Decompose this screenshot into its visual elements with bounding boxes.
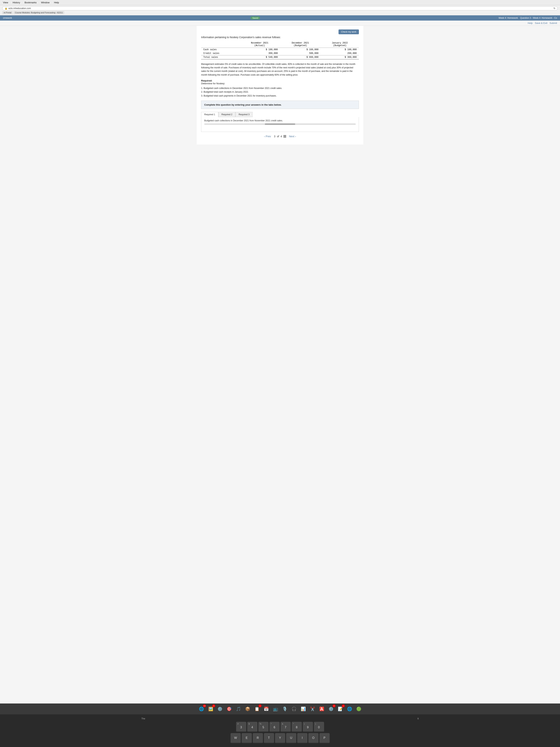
row-dec: $ 660,000	[280, 55, 321, 59]
hint-the: The	[141, 717, 145, 720]
complete-box: Complete this question by entering your …	[201, 101, 359, 109]
key-T[interactable]: T	[264, 733, 274, 743]
dock-icon-12[interactable]: ✂️	[309, 705, 316, 713]
row-dec: $ 160,000	[280, 48, 321, 52]
dock-icon-10[interactable]: 🎧	[290, 705, 298, 713]
scroll-thumb[interactable]	[265, 123, 295, 125]
browser-tab-portal[interactable]: nt Portal	[2, 11, 13, 14]
scroll-bar[interactable]	[204, 123, 356, 125]
key-W[interactable]: W	[231, 733, 241, 743]
keyboard-hints-row: The It	[1, 717, 559, 721]
menu-history[interactable]: History	[12, 1, 21, 4]
key-R[interactable]: R	[253, 733, 263, 743]
key-Y[interactable]: Y	[275, 733, 285, 743]
number-row: #3$4%5^6&7*8(9)0	[236, 722, 324, 732]
row-label: Credit sales	[201, 52, 239, 55]
menu-window[interactable]: Window	[40, 1, 50, 4]
prev-button[interactable]: ‹ Prev	[264, 135, 271, 138]
help-button[interactable]: Help	[528, 22, 533, 24]
breadcrumb: omework	[3, 17, 12, 19]
key-0[interactable]: )0	[314, 722, 324, 732]
main-content: Check my work Information pertaining to …	[197, 26, 363, 145]
table-row: Cash sales $ 180,000 $ 160,000 $ 100,000	[201, 48, 359, 52]
tab-required-1[interactable]: Required 1	[201, 112, 218, 117]
dock-icon-17[interactable]: 🟢	[355, 705, 363, 713]
dock-icon-4[interactable]: 🎵	[235, 705, 242, 713]
key-6[interactable]: ^6	[269, 722, 279, 732]
next-button[interactable]: Next ›	[289, 135, 296, 138]
row-jan: 260,000	[321, 52, 359, 55]
dock-icon-13[interactable]: 🅰️	[318, 705, 325, 713]
dock-icon-0[interactable]: 🌐13	[197, 705, 205, 713]
page-info: 3 of 4	[274, 135, 286, 138]
submit-button[interactable]: Submit	[550, 22, 557, 24]
key-3[interactable]: #3	[236, 722, 246, 732]
letter-row-1: WERTYUIOP	[231, 733, 330, 743]
prev-arrow-icon: ‹	[264, 135, 265, 138]
key-9[interactable]: (9	[303, 722, 313, 732]
pagination: ‹ Prev 3 of 4 N	[201, 132, 359, 141]
dock-icon-1[interactable]: 🖼️3	[207, 705, 214, 713]
dock-icon-15[interactable]: 📝1	[336, 705, 344, 713]
dock-icon-11[interactable]: 📊	[299, 705, 307, 713]
browser-tab-course[interactable]: Course Modules: Budgeting and Forecastin…	[14, 11, 64, 14]
page-of-label: of	[277, 135, 279, 138]
dock-icon-3[interactable]: 🎯	[225, 705, 233, 713]
browser-toolbar: 🔒 ezto.mheducation.com ↻	[2, 6, 558, 10]
dock-icon-8[interactable]: 📺	[271, 705, 279, 713]
key-5[interactable]: %5	[258, 722, 268, 732]
dock-icon-14[interactable]: ⚙️6	[327, 705, 335, 713]
col-header-nov: November 2021(Actual)	[239, 41, 280, 48]
dock-icon-7[interactable]: 📅	[262, 705, 270, 713]
key-P[interactable]: P	[319, 733, 330, 743]
table-row: Credit sales 360,000 500,000 260,000	[201, 52, 359, 55]
sales-table: November 2021(Actual) December 2021(Budg…	[201, 41, 359, 59]
required-item: 1. Budgeted cash collections in December…	[201, 86, 359, 90]
menu-bar: View History Bookmarks Window Help	[0, 0, 560, 5]
key-O[interactable]: O	[308, 733, 319, 743]
tab-required-3[interactable]: Required 3	[235, 112, 252, 117]
row-jan: $ 360,000	[321, 55, 359, 59]
dock-icon-16[interactable]: 🌐	[346, 705, 353, 713]
save-exit-button[interactable]: Save & Exit	[535, 22, 547, 24]
keyboard-area: The It #3$4%5^6&7*8(9)0 WERTYUIOP	[0, 714, 560, 747]
tab-content-text: Budgeted cash collections in December 20…	[204, 119, 356, 122]
reload-icon[interactable]: ↻	[554, 7, 555, 10]
col-header-empty	[201, 41, 239, 48]
menu-view[interactable]: View	[2, 1, 9, 4]
browser-tab-bar: nt Portal Course Modules: Budgeting and …	[2, 11, 558, 14]
browser-chrome: 🔒 ezto.mheducation.com ↻ nt Portal Cours…	[0, 5, 560, 16]
row-nov: $ 180,000	[239, 48, 280, 52]
question-label: Question 3 - Week 4: Homework - Co	[520, 17, 557, 19]
key-7[interactable]: &7	[281, 722, 291, 732]
intro-text: Information pertaining to Noskey Corpora…	[201, 36, 359, 39]
menu-help[interactable]: Help	[53, 1, 60, 4]
url-bar[interactable]: 🔒 ezto.mheducation.com ↻	[2, 6, 558, 10]
key-U[interactable]: U	[286, 733, 296, 743]
row-dec: 500,000	[280, 52, 321, 55]
check-my-work-button[interactable]: Check my work	[339, 29, 359, 34]
key-8[interactable]: *8	[292, 722, 302, 732]
required-item: 2. Budgeted total cash receipts in Janua…	[201, 90, 359, 94]
dock-icon-6[interactable]: 📋1	[253, 705, 261, 713]
row-label: Cash sales	[201, 48, 239, 52]
menu-bookmarks[interactable]: Bookmarks	[24, 1, 37, 4]
next-arrow-icon: ›	[295, 135, 296, 138]
grid-icon[interactable]	[284, 135, 286, 138]
tab-required-2[interactable]: Required 2	[218, 112, 236, 117]
week-label: Week 4: Homework	[499, 17, 518, 19]
dock-icon-2[interactable]: ⚙️	[216, 705, 224, 713]
key-4[interactable]: $4	[247, 722, 258, 732]
saved-badge: Saved	[250, 17, 260, 20]
key-I[interactable]: I	[297, 733, 308, 743]
dock-icon-9[interactable]: 🎙️	[281, 705, 289, 713]
key-E[interactable]: E	[242, 733, 252, 743]
tabs-container: Required 1Required 2Required 3	[201, 112, 359, 117]
dock-icon-5[interactable]: 📦	[244, 705, 251, 713]
table-row: Total sales $ 540,000 $ 660,000 $ 360,00…	[201, 55, 359, 59]
mac-dock: 🌐13🖼️3⚙️🎯🎵📦📋1📅📺🎙️🎧📊✂️🅰️⚙️6📝1🌐🟢	[0, 703, 560, 714]
row-nov: 360,000	[239, 52, 280, 55]
app-header-left: omework	[3, 17, 12, 19]
app-header-right: Week 4: Homework Question 3 - Week 4: Ho…	[499, 17, 557, 19]
app-header: omework Saved Week 4: Homework Question …	[0, 16, 560, 21]
